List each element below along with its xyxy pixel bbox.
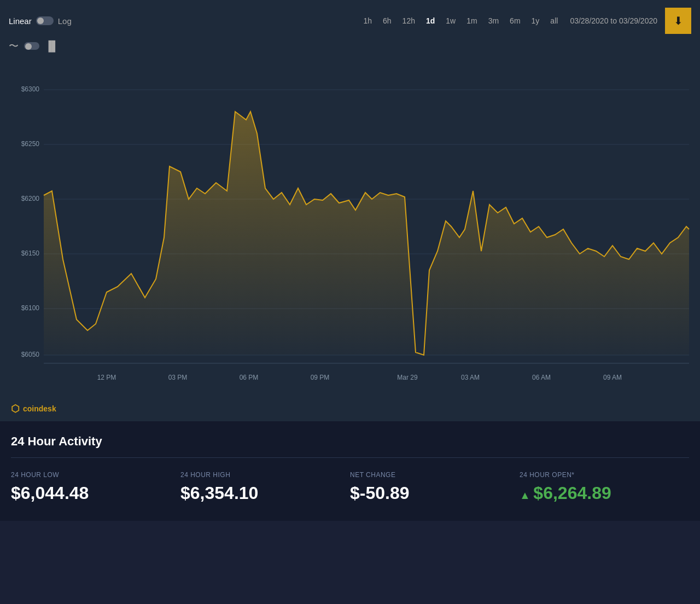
svg-text:$6250: $6250: [21, 140, 40, 148]
time-btn-all[interactable]: all: [546, 14, 562, 27]
svg-text:$6150: $6150: [21, 249, 40, 257]
stat-24h-high: 24 HOUR HIGH $6,354.10: [180, 471, 350, 503]
svg-text:09 PM: 09 PM: [311, 374, 330, 381]
activity-title: 24 Hour Activity: [11, 434, 689, 449]
coindesk-text: coindesk: [23, 404, 56, 413]
stat-24h-low: 24 HOUR LOW $6,044.48: [11, 471, 180, 503]
time-btn-1d[interactable]: 1d: [422, 14, 439, 27]
time-buttons: 1h 6h 12h 1d 1w 1m 3m 6m 1y all: [359, 14, 562, 27]
toolbar-left: Linear Log: [9, 16, 72, 26]
stat-value-high: $6,354.10: [180, 483, 350, 503]
date-range: 03/28/2020 to 03/29/2020: [570, 16, 657, 25]
stat-label-low: 24 HOUR LOW: [11, 471, 180, 479]
activity-divider: [11, 457, 689, 458]
stat-value-net: $-50.89: [350, 483, 520, 503]
date-from: 03/28/2020: [570, 16, 608, 25]
chart-area: $6300 $6250 $6200 $6150 $6100 $6050: [0, 57, 700, 396]
time-btn-12h[interactable]: 12h: [398, 14, 419, 27]
time-btn-6h[interactable]: 6h: [378, 14, 396, 27]
coindesk-logo: ⬡ coindesk: [0, 396, 700, 421]
time-btn-3m[interactable]: 3m: [484, 14, 503, 27]
line-chart-icon[interactable]: 〜: [9, 39, 19, 53]
log-label: Log: [58, 16, 72, 26]
time-btn-1w[interactable]: 1w: [441, 14, 460, 27]
stat-24h-open: 24 HOUR OPEN* $6,264.89: [520, 471, 689, 503]
chart-container: Linear Log 1h 6h 12h 1d 1w 1m 3m 6m 1y a…: [0, 0, 700, 421]
stat-value-low: $6,044.48: [11, 483, 180, 503]
svg-text:03 PM: 03 PM: [168, 374, 188, 381]
download-button[interactable]: ⬇: [665, 8, 691, 34]
time-btn-1y[interactable]: 1y: [527, 14, 544, 27]
svg-text:12 PM: 12 PM: [97, 374, 116, 381]
svg-text:$6050: $6050: [21, 351, 40, 358]
scale-toggle[interactable]: [36, 16, 54, 25]
date-to-label: to: [610, 16, 617, 25]
stat-label-high: 24 HOUR HIGH: [180, 471, 350, 479]
date-to: 03/29/2020: [619, 16, 657, 25]
linear-label: Linear: [9, 16, 32, 26]
time-btn-6m[interactable]: 6m: [505, 14, 524, 27]
svg-text:$6200: $6200: [21, 195, 40, 202]
chart-icons-row: 〜 ▐▌: [0, 39, 700, 57]
svg-text:$6100: $6100: [21, 304, 40, 312]
svg-text:06 AM: 06 AM: [532, 374, 551, 381]
chart-toolbar: Linear Log 1h 6h 12h 1d 1w 1m 3m 6m 1y a…: [0, 0, 700, 39]
coindesk-icon: ⬡: [11, 403, 20, 415]
svg-text:03 AM: 03 AM: [461, 374, 480, 381]
svg-text:09 AM: 09 AM: [603, 374, 622, 381]
activity-stats: 24 HOUR LOW $6,044.48 24 HOUR HIGH $6,35…: [11, 471, 689, 503]
chart-type-toggle[interactable]: [24, 42, 39, 50]
stat-label-net: NET CHANGE: [350, 471, 520, 479]
price-chart-svg: $6300 $6250 $6200 $6150 $6100 $6050: [0, 57, 700, 396]
bar-chart-icon[interactable]: ▐▌: [45, 40, 59, 52]
activity-section: 24 Hour Activity 24 HOUR LOW $6,044.48 2…: [0, 421, 700, 521]
svg-text:06 PM: 06 PM: [240, 374, 259, 381]
svg-text:Mar 29: Mar 29: [397, 374, 418, 381]
stat-net-change: NET CHANGE $-50.89: [350, 471, 520, 503]
stat-value-open: $6,264.89: [520, 483, 689, 503]
time-btn-1h[interactable]: 1h: [359, 14, 376, 27]
svg-text:$6300: $6300: [21, 85, 40, 93]
stat-label-open: 24 HOUR OPEN*: [520, 471, 689, 479]
time-btn-1m[interactable]: 1m: [462, 14, 481, 27]
download-icon: ⬇: [674, 14, 683, 27]
